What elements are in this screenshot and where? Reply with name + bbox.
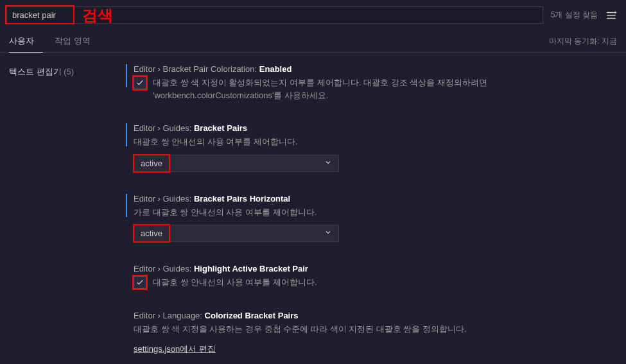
setting-bracket-pair-colorization-enabled: Editor › Bracket Pair Colorization: Enab… [122,64,613,101]
setting-description: 대괄호 쌍 색 지정을 사용하는 경우 중첩 수준에 따라 색이 지정된 대괄호… [134,323,613,336]
setting-path: Editor › Guides: [134,123,194,133]
setting-title: Editor › Bracket Pair Colorization: Enab… [134,64,613,74]
setting-name: Bracket Pairs [194,123,247,133]
setting-name: Enabled [259,64,292,74]
setting-title: Editor › Guides: Bracket Pairs [134,123,613,133]
setting-guides-highlight-active-bracket-pair: Editor › Guides: Highlight Active Bracke… [122,264,613,289]
checkbox[interactable] [134,76,146,89]
setting-language-colorized-bracket-pairs: Editor › Language: Colorized Bracket Pai… [122,311,613,355]
checkbox-row: 대괄호 쌍 안내선의 사용 여부를 제어합니다. [134,276,613,289]
setting-description: 대괄호 쌍 안내선의 사용 여부를 제어합니다. [134,135,613,148]
search-input[interactable] [6,6,543,24]
sidebar-item-count: (5) [64,67,74,76]
search-wrapper: 검색 [6,6,543,24]
filter-icon[interactable] [605,10,617,21]
sidebar: 텍스트 편집기 (5) [0,53,122,364]
setting-description: 대괄호 쌍 색 지정이 활성화되었는지 여부를 제어합니다. 대괄호 강조 색상… [153,76,613,101]
setting-name: Highlight Active Bracket Pair [194,264,308,273]
dropdown-bracket-pairs-horizontal[interactable]: active [134,225,339,242]
tab-workspace[interactable]: 작업 영역 [55,30,100,53]
chevron-down-icon [324,229,332,238]
setting-path: Editor › Language: [134,311,205,320]
edit-in-settings-json-link[interactable]: settings.json에서 편집 [134,343,216,355]
setting-title: Editor › Guides: Bracket Pairs Horizonta… [134,194,613,204]
setting-path: Editor › Guides: [134,264,194,273]
dropdown-value: active [141,229,162,238]
setting-description: 가로 대괄호 쌍 안내선의 사용 여부를 제어합니다. [134,206,613,219]
setting-path: Editor › Bracket Pair Colorization: [134,64,259,74]
sidebar-item-label: 텍스트 편집기 [9,67,62,76]
setting-description: 대괄호 쌍 안내선의 사용 여부를 제어합니다. [153,276,317,289]
setting-guides-bracket-pairs-horizontal: Editor › Guides: Bracket Pairs Horizonta… [122,194,613,243]
setting-path: Editor › Guides: [134,194,194,204]
setting-title: Editor › Guides: Highlight Active Bracke… [134,264,613,273]
sync-status: 마지막 동기화: 지금 [549,36,617,47]
setting-guides-bracket-pairs: Editor › Guides: Bracket Pairs 대괄호 쌍 안내선… [122,123,613,172]
setting-name: Colorized Bracket Pairs [205,311,299,320]
dropdown-value: active [141,159,162,168]
tab-user[interactable]: 사용자 [9,30,43,53]
settings-content: Editor › Bracket Pair Colorization: Enab… [122,53,626,364]
sidebar-item-text-editor[interactable]: 텍스트 편집기 (5) [9,64,113,80]
tabs-row: 사용자 작업 영역 마지막 동기화: 지금 [0,30,626,53]
checkbox-row: 대괄호 쌍 색 지정이 활성화되었는지 여부를 제어합니다. 대괄호 강조 색상… [134,76,613,101]
chevron-down-icon [324,159,332,168]
checkbox[interactable] [134,276,146,289]
dropdown-bracket-pairs[interactable]: active [134,155,339,172]
main-layout: 텍스트 편집기 (5) Editor › Bracket Pair Colori… [0,53,626,364]
settings-header: 검색 5개 설정 찾음 [0,0,626,30]
setting-name: Bracket Pairs Horizontal [194,194,290,204]
settings-count: 5개 설정 찾음 [551,10,598,21]
setting-title: Editor › Language: Colorized Bracket Pai… [134,311,613,320]
